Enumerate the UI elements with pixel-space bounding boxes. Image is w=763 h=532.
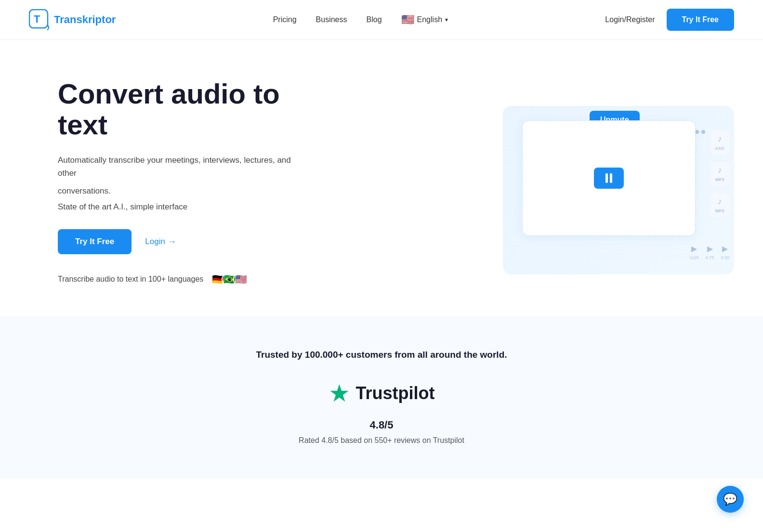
play-btn-3[interactable]: ▶ (722, 244, 728, 253)
play-controls: ▶ 1x25 ▶ 0.75 ▶ 0.50 (689, 244, 729, 260)
hero-section: Convert audio to text Automatically tran… (0, 40, 763, 316)
trusted-heading: Trusted by 100.000+ customers from all a… (256, 350, 507, 360)
chat-button[interactable]: 💬 (717, 486, 744, 513)
play-ctrl-1: ▶ 1x25 (689, 244, 699, 260)
logo-name-text: ranskriptor (60, 13, 116, 26)
nav-pricing[interactable]: Pricing (273, 15, 297, 24)
navbar: T Transkriptor Pricing Business Blog 🇺🇸 … (0, 0, 763, 40)
hero-languages: Transcribe audio to text in 100+ languag… (58, 272, 308, 287)
flag-icon: 🇺🇸 (401, 13, 414, 26)
flag-stack: 🇩🇪 🇧🇷 🇺🇸 (210, 272, 249, 287)
logo-text: Transkriptor (54, 13, 116, 26)
rating-score: 4.8/5 (370, 419, 394, 431)
login-register-link[interactable]: Login/Register (605, 15, 655, 24)
login-arrow-icon: → (168, 237, 176, 247)
dot-3 (701, 130, 705, 134)
logo-icon: T (29, 9, 50, 30)
hero-title: Convert audio to text (58, 78, 308, 140)
format-note-1: ♪ (718, 134, 722, 144)
trusted-section: Trusted by 100.000+ customers from all a… (0, 316, 763, 479)
flag-us: 🇺🇸 (233, 272, 249, 287)
format-label-2: MP3 (715, 177, 724, 182)
chat-icon: 💬 (723, 493, 737, 506)
play-label-3: 0.50 (721, 255, 729, 260)
hero-subtitle-line2: conversations. (58, 184, 308, 197)
play-label-2: 0.75 (706, 255, 714, 260)
trustpilot-star-icon: ★ (329, 379, 350, 407)
svg-text:T: T (34, 13, 40, 25)
hero-left: Convert audio to text Automatically tran… (58, 78, 308, 287)
format-label-1: AAC (715, 146, 725, 151)
play-ctrl-3: ▶ 0.50 (721, 244, 729, 260)
trustpilot-name: Trustpilot (356, 383, 435, 403)
media-card (522, 120, 696, 236)
trustpilot-logo: ★ Trustpilot (329, 379, 435, 407)
play-btn-2[interactable]: ▶ (707, 244, 713, 253)
pause-icon (605, 173, 612, 183)
pause-bar-2 (610, 173, 612, 183)
play-btn-1[interactable]: ▶ (691, 244, 697, 253)
nav-blog[interactable]: Blog (367, 15, 382, 24)
format-aac: ♪ AAC (710, 130, 730, 155)
try-free-hero-button[interactable]: Try It Free (58, 229, 132, 254)
format-mp3-1: ♪ MP3 (710, 161, 730, 186)
logo[interactable]: T Transkriptor (29, 9, 116, 30)
format-mp3-2: ♪ MP3 (710, 193, 730, 217)
language-label: English (417, 15, 442, 24)
try-free-nav-button[interactable]: Try It Free (667, 9, 734, 31)
chevron-down-icon: ▾ (445, 16, 448, 23)
play-ctrl-2: ▶ 0.75 (706, 244, 714, 260)
format-note-2: ♪ (718, 165, 722, 175)
hero-subtitle-line3: State of the art A.I., simple interface (58, 202, 308, 212)
dot-2 (695, 130, 699, 134)
login-label: Login (145, 237, 165, 247)
audio-formats: ♪ AAC ♪ MP3 ♪ MP3 (710, 130, 730, 217)
pause-bar-1 (605, 173, 608, 183)
pause-button[interactable] (594, 168, 624, 189)
hero-media-mockup: Unmute ♪ AAC ♪ MP3 (503, 91, 734, 274)
format-note-3: ♪ (718, 196, 722, 207)
nav-business[interactable]: Business (316, 15, 347, 24)
play-label-1: 1x25 (689, 255, 699, 260)
hero-subtitle-line1: Automatically transcribe your meetings, … (58, 154, 308, 180)
nav-right: Login/Register Try It Free (605, 9, 734, 31)
hero-actions: Try It Free Login → (58, 229, 308, 254)
language-selector[interactable]: 🇺🇸 English ▾ (401, 13, 448, 26)
format-label-3: MP3 (715, 208, 724, 213)
rating-desc: Rated 4.8/5 based on 550+ reviews on Tru… (299, 436, 464, 445)
login-link[interactable]: Login → (145, 237, 176, 247)
nav-links: Pricing Business Blog 🇺🇸 English ▾ (273, 13, 448, 26)
languages-text: Transcribe audio to text in 100+ languag… (58, 275, 203, 284)
